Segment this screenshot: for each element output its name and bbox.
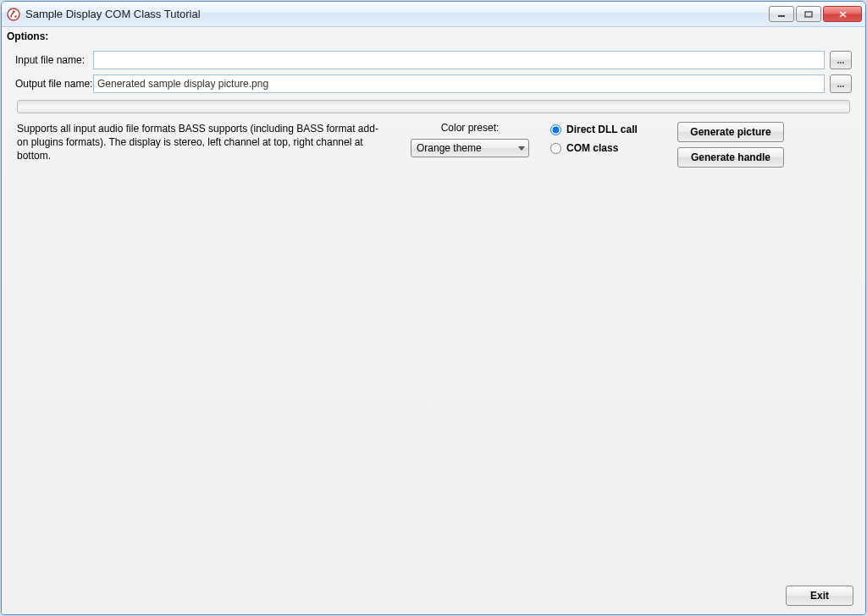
content-area: Options: Input file name: ... Output fil… [2, 27, 865, 614]
app-icon [7, 8, 20, 21]
svg-rect-3 [805, 12, 812, 17]
color-preset-select[interactable]: Orange theme [411, 139, 529, 157]
maximize-button[interactable] [796, 6, 821, 22]
generate-picture-button[interactable]: Generate picture [677, 122, 784, 142]
generate-handle-button[interactable]: Generate handle [677, 147, 784, 168]
input-file-field[interactable] [93, 51, 825, 69]
radio-direct-dll-input[interactable] [550, 124, 561, 135]
window-controls [767, 6, 862, 22]
titlebar[interactable]: Sample Display COM Class Tutorial [2, 2, 865, 27]
window-title: Sample Display COM Class Tutorial [25, 8, 767, 20]
radio-com-class[interactable]: COM class [550, 142, 660, 154]
app-window: Sample Display COM Class Tutorial Option… [1, 1, 866, 615]
options-panel: Input file name: ... Output file name: .… [7, 47, 860, 174]
output-file-label: Output file name: [15, 78, 93, 90]
minimize-button[interactable] [769, 6, 794, 22]
action-button-column: Generate picture Generate handle [677, 122, 784, 168]
input-browse-button[interactable]: ... [830, 51, 852, 69]
close-button[interactable] [823, 6, 862, 22]
color-preset-select-wrap: Orange theme [411, 139, 529, 157]
radio-direct-dll-label: Direct DLL call [566, 124, 638, 135]
color-preset-label: Color preset: [441, 122, 500, 134]
radio-com-class-input[interactable] [550, 143, 561, 154]
output-file-row: Output file name: ... [15, 74, 852, 93]
description-text: Supports all input audio file formats BA… [17, 122, 389, 168]
lower-section: Supports all input audio file formats BA… [15, 122, 852, 168]
color-preset-column: Color preset: Orange theme [406, 122, 533, 168]
svg-point-1 [14, 15, 16, 17]
input-file-row: Input file name: ... [15, 51, 852, 69]
output-file-field[interactable] [93, 74, 825, 93]
footer: Exit [7, 582, 860, 609]
progress-bar [17, 100, 850, 113]
input-file-label: Input file name: [15, 54, 93, 66]
exit-button[interactable]: Exit [786, 586, 853, 606]
output-browse-button[interactable]: ... [830, 74, 852, 93]
radio-com-class-label: COM class [566, 142, 618, 154]
radio-direct-dll[interactable]: Direct DLL call [550, 124, 660, 135]
options-group-label: Options: [7, 30, 860, 42]
svg-rect-2 [778, 15, 785, 17]
svg-point-0 [8, 8, 19, 20]
call-mode-group: Direct DLL call COM class [550, 122, 660, 168]
